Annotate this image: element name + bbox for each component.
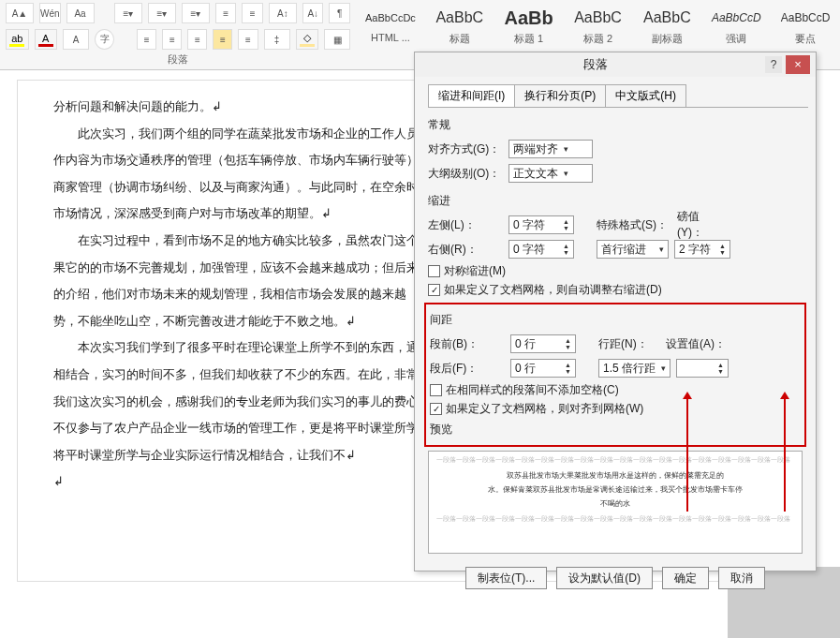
multilevel-button[interactable]: ≡▾: [182, 3, 210, 23]
outline-label: 大纲级别(O)：: [428, 166, 503, 182]
sym-indent-label: 对称缩进(M): [444, 263, 506, 279]
phonetic-guide-button[interactable]: Wén: [39, 3, 61, 23]
section-spacing: 间距: [430, 312, 801, 328]
tab-indent-spacing[interactable]: 缩进和间距(I): [428, 84, 515, 107]
line-spacing-label: 行距(N)：: [598, 336, 655, 352]
align-center-button[interactable]: ≡: [162, 29, 182, 50]
snap-grid-label: 如果定义了文档网格，则对齐到网格(W): [446, 401, 643, 417]
align-left-button[interactable]: ≡: [137, 29, 156, 50]
space-after-label: 段后(F)：: [430, 361, 505, 377]
tabs-button[interactable]: 制表位(T)...: [465, 567, 547, 589]
decrease-indent-button[interactable]: ≡: [215, 3, 237, 23]
align-justify-button[interactable]: ≡: [213, 29, 232, 50]
change-case-button[interactable]: Aa: [66, 3, 95, 23]
indent-left-label: 左侧(L)：: [428, 217, 503, 233]
char-shading-button[interactable]: A: [63, 29, 89, 50]
special-combo[interactable]: 首行缩进▾: [597, 240, 669, 259]
measure-label: 磅值(Y)：: [677, 209, 716, 241]
indent-right-spin[interactable]: 0 字符▲▼: [508, 240, 574, 259]
close-button[interactable]: ×: [786, 55, 810, 74]
dialog-tabs: 缩进和间距(I) 换行和分页(P) 中文版式(H): [428, 84, 808, 107]
tab-asian-typography[interactable]: 中文版式(H): [605, 84, 686, 107]
numbering-button[interactable]: ≡▾: [148, 3, 176, 23]
paragraph-dialog: 段落 ? × 缩进和间距(I) 换行和分页(P) 中文版式(H) 常规 对齐方式…: [414, 52, 817, 571]
indent-left-spin[interactable]: 0 字符▲▼: [508, 215, 574, 234]
tab-line-page-breaks[interactable]: 换行和分页(P): [514, 84, 606, 107]
align-right-button[interactable]: ≡: [187, 29, 207, 50]
spacing-highlight: 间距 段前(B)： 0 行▲▼ 行距(N)： 设置值(A)： 段后(F)： 0 …: [424, 303, 806, 447]
measure-spin[interactable]: 2 字符▲▼: [674, 240, 730, 259]
sym-indent-checkbox[interactable]: [428, 265, 440, 277]
highlight-button[interactable]: ab: [6, 29, 29, 50]
auto-grid-label: 如果定义了文档网格，则自动调整右缩进(D): [444, 282, 662, 298]
space-before-label: 段前(B)：: [430, 336, 505, 352]
help-button[interactable]: ?: [765, 56, 782, 73]
enclose-char-button[interactable]: 字: [95, 29, 114, 50]
ribbon-font-paragraph: A▲ Wén Aa ≡▾ ≡▾ ≡▾ ≡ ≡ A↕ A↓ ¶ ab A A 字 …: [0, 0, 356, 69]
set-default-button[interactable]: 设为默认值(D): [556, 567, 653, 589]
font-color-button[interactable]: A: [35, 29, 58, 50]
space-after-spin[interactable]: 0 行▲▼: [510, 359, 576, 378]
sort-button[interactable]: A↓: [302, 3, 324, 23]
borders-button[interactable]: ▦: [324, 29, 350, 50]
space-before-spin[interactable]: 0 行▲▼: [510, 334, 576, 353]
snap-grid-checkbox[interactable]: ✓: [430, 403, 442, 415]
no-space-same-label: 在相同样式的段落间不添加空格(C): [446, 382, 619, 398]
section-general: 常规: [428, 117, 803, 133]
font-grow-button[interactable]: A▲: [6, 3, 34, 23]
preview-box: 一段落一段落一段落一段落一段落一段落一段落一段落一段落一段落一段落一段落一段落一…: [428, 451, 803, 554]
annotation-arrow: [686, 399, 688, 512]
line-spacing-combo[interactable]: 1.5 倍行距▾: [598, 359, 671, 378]
set-value-spin[interactable]: ▲▼: [676, 359, 729, 378]
alignment-combo[interactable]: 两端对齐▾: [508, 140, 593, 158]
distribute-button[interactable]: ≡: [238, 29, 258, 50]
alignment-label: 对齐方式(G)：: [428, 141, 503, 157]
set-value-label: 设置值(A)：: [660, 336, 726, 352]
annotation-arrow: [784, 399, 786, 512]
cancel-button[interactable]: 取消: [718, 567, 765, 589]
group-label-paragraph: 段落: [0, 52, 356, 67]
increase-indent-button[interactable]: ≡: [242, 3, 263, 23]
line-spacing-button[interactable]: ‡: [264, 29, 290, 50]
bullets-button[interactable]: ≡▾: [114, 3, 142, 23]
dialog-title: 段落: [415, 52, 816, 77]
shading-button[interactable]: ◇: [296, 29, 319, 50]
preview-label: 预览: [430, 422, 801, 438]
indent-right-label: 右侧(R)：: [428, 242, 503, 258]
no-space-same-checkbox[interactable]: [430, 384, 442, 396]
section-indent: 缩进: [428, 193, 803, 209]
auto-grid-checkbox[interactable]: ✓: [428, 284, 440, 296]
special-label: 特殊格式(S)：: [597, 217, 671, 233]
outline-combo[interactable]: 正文文本▾: [508, 164, 593, 183]
text-direction-button[interactable]: A↕: [269, 3, 297, 23]
ok-button[interactable]: 确定: [662, 567, 709, 589]
show-marks-button[interactable]: ¶: [329, 3, 350, 23]
